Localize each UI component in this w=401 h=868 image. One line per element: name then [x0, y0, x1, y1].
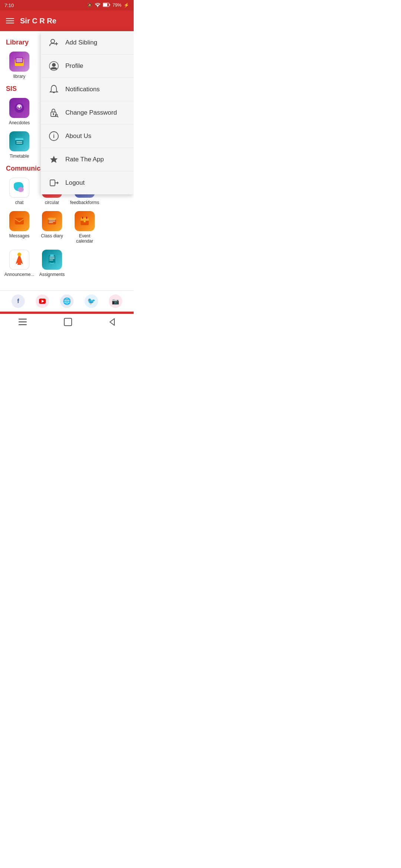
- svg-rect-52: [82, 217, 83, 219]
- facebook-icon[interactable]: f: [12, 295, 25, 308]
- svg-text:i: i: [53, 133, 55, 139]
- dropdown-menu: Add Sibling Profile Notifications: [41, 31, 134, 194]
- chat-icon: [9, 178, 29, 198]
- dropdown-profile[interactable]: Profile: [41, 55, 134, 78]
- svg-rect-42: [15, 218, 24, 224]
- svg-line-81: [57, 116, 58, 117]
- hamburger-menu[interactable]: [6, 18, 14, 23]
- time-display: 7:10: [4, 3, 14, 8]
- chat-label: chat: [15, 200, 24, 205]
- logout-icon: [48, 177, 59, 188]
- assignments-label: Assignments: [39, 272, 65, 277]
- chat-item[interactable]: chat: [6, 178, 33, 205]
- eventcalendar-icon: [75, 211, 95, 231]
- library-item[interactable]: library: [6, 52, 33, 79]
- dropdown-add-sibling[interactable]: Add Sibling: [41, 31, 134, 55]
- circular-label: circular: [45, 200, 59, 205]
- notifications-label: Notifications: [65, 86, 100, 93]
- svg-marker-87: [57, 181, 59, 184]
- nav-menu[interactable]: [19, 319, 27, 327]
- notification-icon: 🔕: [87, 3, 92, 8]
- lock-key-icon: [48, 107, 59, 118]
- social-bar: f 🌐 🐦 📷: [0, 290, 134, 312]
- classdiary-item[interactable]: Class diary: [39, 211, 65, 244]
- svg-rect-28: [16, 141, 22, 142]
- svg-rect-70: [64, 318, 72, 326]
- svg-marker-59: [17, 262, 21, 265]
- dropdown-change-password[interactable]: Change Password: [41, 101, 134, 125]
- twitter-icon[interactable]: 🐦: [85, 295, 98, 308]
- svg-point-0: [97, 6, 98, 7]
- bottom-nav: [0, 314, 134, 332]
- instagram-icon[interactable]: 📷: [109, 295, 122, 308]
- svg-point-58: [17, 253, 21, 256]
- svg-rect-67: [19, 319, 27, 320]
- status-bar: 7:10 🔕 79% ⚡: [0, 0, 134, 10]
- anecdotes-item[interactable]: Anecdotes: [6, 98, 33, 125]
- messages-item[interactable]: Messages: [6, 211, 33, 244]
- change-password-label: Change Password: [65, 109, 117, 116]
- charging-icon: ⚡: [124, 3, 129, 8]
- star-icon: [48, 154, 59, 165]
- svg-marker-71: [110, 319, 114, 325]
- assignments-item[interactable]: Assignments: [39, 250, 65, 277]
- svg-rect-45: [49, 221, 55, 221]
- svg-rect-2: [109, 4, 110, 6]
- add-sibling-label: Add Sibling: [65, 39, 97, 46]
- svg-point-76: [52, 63, 56, 67]
- library-icon: [9, 52, 29, 72]
- announcements-item[interactable]: Announceme...: [6, 250, 33, 277]
- svg-rect-46: [49, 222, 53, 223]
- battery-percent: 79%: [113, 3, 121, 8]
- library-label: library: [13, 74, 26, 79]
- svg-rect-6: [16, 58, 22, 62]
- svg-rect-3: [103, 3, 107, 6]
- svg-rect-63: [49, 260, 53, 260]
- info-icon: i: [48, 131, 59, 142]
- status-icons: 🔕 79% ⚡: [87, 3, 129, 8]
- svg-rect-48: [48, 219, 56, 220]
- eventcalendar-label: Event calendar: [71, 233, 98, 244]
- svg-rect-27: [15, 139, 23, 140]
- about-us-label: About Us: [65, 132, 91, 140]
- assignments-icon: [42, 250, 62, 270]
- dropdown-rate-app[interactable]: Rate The App: [41, 148, 134, 171]
- nav-home[interactable]: [64, 318, 72, 328]
- add-person-icon: [48, 37, 59, 48]
- messages-label: Messages: [9, 233, 30, 239]
- person-icon: [48, 60, 59, 72]
- svg-rect-85: [50, 180, 55, 186]
- svg-rect-53: [86, 217, 87, 219]
- anecdotes-label: Anecdotes: [9, 120, 30, 125]
- messages-icon: [9, 211, 29, 231]
- app-title: Sir C R Re: [20, 17, 56, 25]
- rate-app-label: Rate The App: [65, 156, 104, 163]
- youtube-icon[interactable]: [36, 295, 49, 308]
- website-icon[interactable]: 🌐: [60, 295, 74, 308]
- timetable-item[interactable]: Timetable: [6, 131, 33, 159]
- svg-rect-29: [16, 143, 22, 144]
- feedbackforms-label: feedbackforms: [70, 200, 100, 205]
- svg-rect-62: [49, 258, 55, 259]
- svg-point-72: [51, 39, 55, 43]
- eventcalendar-item[interactable]: Event calendar: [71, 211, 98, 244]
- wifi-icon: [95, 3, 101, 8]
- svg-rect-68: [19, 322, 27, 323]
- svg-rect-69: [19, 324, 27, 325]
- svg-rect-61: [49, 257, 55, 257]
- svg-rect-64: [50, 254, 54, 256]
- dropdown-notifications[interactable]: Notifications: [41, 78, 134, 101]
- dropdown-about-us[interactable]: i About Us: [41, 125, 134, 148]
- timetable-label: Timetable: [10, 154, 29, 159]
- classdiary-icon: [42, 211, 62, 231]
- dropdown-logout[interactable]: Logout: [41, 171, 134, 194]
- anecdotes-icon: [9, 98, 29, 118]
- app-header: Sir C R Re: [0, 10, 134, 31]
- nav-back[interactable]: [109, 318, 115, 328]
- svg-rect-60: [49, 255, 55, 263]
- announcements-label: Announceme...: [4, 272, 35, 277]
- bell-icon: [48, 84, 59, 95]
- svg-marker-84: [50, 156, 58, 163]
- battery-icon: [103, 3, 110, 8]
- logout-label: Logout: [65, 179, 85, 187]
